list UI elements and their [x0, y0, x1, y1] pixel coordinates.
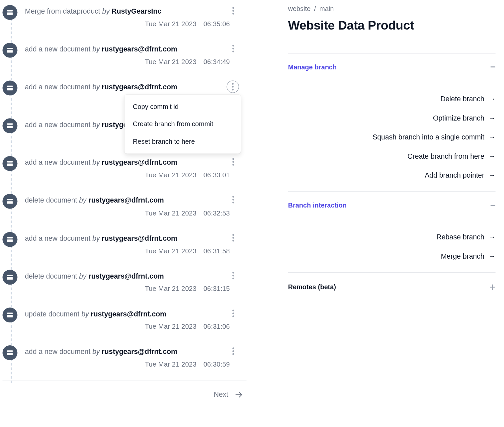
commit-message: add a new document	[25, 348, 92, 356]
action-label: Squash branch into a single commit	[373, 133, 484, 141]
commit-icon	[3, 307, 18, 322]
section-head[interactable]: Branch interaction −	[288, 201, 496, 210]
commit-body: add a new document by rustygears@dfrnt.c…	[25, 156, 247, 179]
by-label: by	[92, 234, 102, 242]
by-label: by	[92, 45, 102, 53]
commit-icon	[3, 156, 18, 171]
commit-icon	[3, 43, 18, 58]
svg-rect-19	[7, 353, 13, 355]
svg-rect-15	[7, 277, 13, 280]
commit-author: rustygears@dfrnt.com	[102, 83, 177, 91]
commit-date: Tue Mar 21 2023	[145, 20, 196, 27]
action-label: Optimize branch	[433, 114, 484, 123]
commit-message: update document	[25, 310, 81, 318]
commit-row[interactable]: delete document by rustygears@dfrnt.com …	[3, 267, 247, 305]
commit-author: rustygears@dfrnt.com	[88, 197, 164, 205]
svg-rect-5	[7, 88, 13, 90]
by-label: by	[79, 197, 88, 205]
commit-row[interactable]: add a new document by rustygears@dfrnt.c…	[3, 78, 247, 116]
svg-rect-7	[7, 126, 13, 128]
commit-body: add a new document by rustygears@dfrnt.c…	[25, 232, 247, 255]
context-menu-item[interactable]: Reset branch to here	[125, 133, 241, 150]
section-title: Branch interaction	[288, 202, 347, 210]
expand-icon[interactable]: +	[489, 282, 496, 293]
section-head[interactable]: Remotes (beta) +	[288, 282, 496, 293]
commit-date: Tue Mar 21 2023	[145, 58, 196, 65]
commit-body: delete document by rustygears@dfrnt.com …	[25, 270, 247, 293]
commit-row[interactable]: add a new document by rustygears@dfrnt.c…	[3, 229, 247, 267]
collapse-icon[interactable]: −	[490, 63, 495, 72]
branch-action[interactable]: Create branch from here→	[407, 152, 495, 161]
commit-date: Tue Mar 21 2023	[145, 172, 196, 179]
commit-author: RustyGearsInc	[112, 8, 161, 16]
commit-author: rustygears@dfrnt.com	[88, 272, 164, 280]
commit-date: Tue Mar 21 2023	[145, 323, 196, 330]
arrow-right-icon[interactable]	[234, 390, 243, 399]
kebab-icon[interactable]	[227, 5, 239, 17]
section-title: Remotes (beta)	[288, 284, 336, 291]
action-label: Delete branch	[440, 95, 484, 103]
svg-rect-3	[7, 50, 13, 52]
breadcrumb[interactable]: website / main	[288, 5, 496, 13]
commit-message: add a new document	[25, 234, 92, 242]
branch-action[interactable]: Rebase branch→	[437, 233, 496, 242]
section-head[interactable]: Manage branch −	[288, 63, 496, 72]
kebab-icon[interactable]	[227, 307, 239, 319]
by-label: by	[92, 83, 102, 91]
context-menu-item[interactable]: Create branch from commit	[125, 116, 241, 133]
svg-rect-14	[7, 275, 13, 276]
divider	[3, 381, 247, 381]
commit-date: Tue Mar 21 2023	[145, 210, 196, 216]
svg-rect-0	[7, 10, 13, 11]
svg-rect-12	[7, 237, 13, 238]
by-label: by	[92, 159, 102, 167]
commit-icon	[3, 345, 18, 360]
breadcrumb-b[interactable]: main	[319, 5, 334, 12]
commit-time: 06:31:15	[204, 285, 230, 292]
kebab-icon[interactable]	[227, 81, 239, 93]
commit-row[interactable]: add a new document by rustygears@dfrnt.c…	[3, 154, 247, 192]
by-label: by	[79, 272, 88, 280]
commit-message: Merge from dataproduct	[25, 8, 102, 16]
commit-row[interactable]: add a new document by rustygears@dfrnt.c…	[3, 40, 247, 78]
commit-row[interactable]: Merge from dataproduct by RustyGearsInc …	[3, 3, 247, 41]
kebab-icon[interactable]	[227, 43, 239, 54]
commit-row[interactable]: delete document by rustygears@dfrnt.com …	[3, 192, 247, 229]
svg-rect-6	[7, 124, 13, 125]
branch-action[interactable]: Add branch pointer→	[425, 171, 495, 180]
commit-icon	[3, 81, 18, 96]
arrow-right-icon: →	[488, 252, 495, 261]
commit-author: rustygears@dfrnt.com	[102, 159, 177, 167]
arrow-right-icon: →	[488, 114, 495, 123]
svg-rect-11	[7, 202, 13, 204]
commit-row[interactable]: update document by rustygears@dfrnt.com …	[3, 305, 247, 343]
branch-action[interactable]: Squash branch into a single commit→	[373, 133, 495, 141]
kebab-icon[interactable]	[227, 232, 239, 243]
arrow-right-icon: →	[488, 152, 495, 161]
kebab-icon[interactable]	[227, 345, 239, 357]
commit-icon	[3, 232, 18, 247]
commit-time: 06:32:53	[204, 210, 230, 216]
kebab-icon[interactable]	[227, 270, 239, 281]
context-menu: Copy commit idCreate branch from commitR…	[125, 95, 241, 154]
action-label: Merge branch	[441, 252, 484, 261]
breadcrumb-a[interactable]: website	[288, 5, 311, 12]
branch-action[interactable]: Optimize branch→	[433, 114, 495, 123]
commit-time: 06:33:01	[204, 172, 230, 179]
by-label: by	[102, 8, 112, 16]
section-manage-branch: Manage branch − Delete branch→Optimize b…	[288, 53, 496, 191]
commit-message: add a new document	[25, 121, 92, 129]
context-menu-item[interactable]: Copy commit id	[125, 98, 241, 116]
commit-time: 06:35:06	[204, 20, 230, 27]
commit-row[interactable]: add a new document by rustygears@dfrnt.c…	[3, 343, 247, 381]
commit-body: Merge from dataproduct by RustyGearsInc …	[25, 5, 247, 28]
arrow-right-icon: →	[488, 133, 495, 141]
next-button[interactable]: Next	[214, 390, 228, 399]
svg-rect-4	[7, 86, 13, 87]
svg-rect-1	[7, 13, 13, 15]
branch-action[interactable]: Merge branch→	[441, 252, 496, 261]
commit-body: add a new document by rustygears@dfrnt.c…	[25, 43, 247, 66]
collapse-icon[interactable]: −	[490, 201, 495, 210]
branch-action[interactable]: Delete branch→	[440, 95, 495, 103]
action-label: Create branch from here	[407, 152, 484, 161]
